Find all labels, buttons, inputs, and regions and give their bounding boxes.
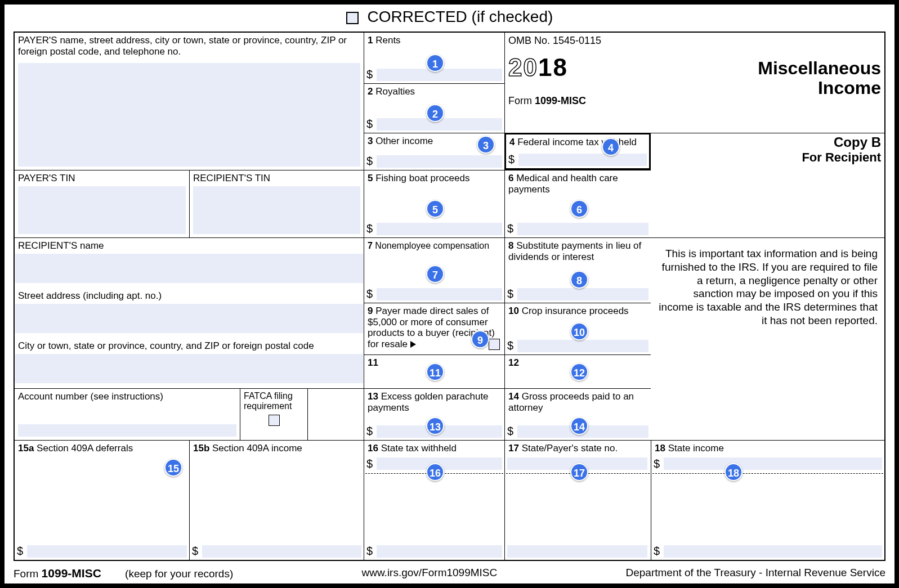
box-8-substitute[interactable]: 8 Substitute payments in lieu of dividen… [504, 237, 651, 303]
fatca-cell[interactable]: FATCA filing requirement [240, 388, 307, 440]
footer-dept: Department of the Treasury - Internal Re… [625, 567, 885, 580]
recipient-address-block: RECIPIENT'S name Street address (includi… [15, 237, 364, 388]
recipient-street-field[interactable] [15, 304, 363, 333]
annotation-13-icon: 13 [426, 417, 444, 435]
corrected-label: CORRECTED (if checked) [367, 8, 553, 25]
box-17-label: 17 State/Payer's state no. [508, 443, 618, 454]
omb-year-cell: OMB No. 1545-0115 2018 Form 1099-MISC [504, 33, 651, 133]
box-13-label: 13 Excess golden parachute payments [368, 391, 489, 413]
box-4-field[interactable] [518, 154, 647, 166]
annotation-14-icon: 14 [570, 417, 588, 435]
annotation-8-icon: 8 [570, 271, 588, 289]
form-grid: PAYER'S name, street address, city or to… [14, 32, 885, 561]
account-number-label: Account number (see instructions) [18, 391, 163, 402]
omb-number: OMB No. 1545-0115 [508, 35, 647, 47]
box-15a[interactable]: 15a Section 409A deferrals $ 15 [15, 440, 189, 560]
box-14-label: 14 Gross proceeds paid to an attorney [508, 391, 634, 413]
box-12-label: 12 [508, 357, 519, 368]
box-6-field[interactable] [517, 223, 648, 235]
payer-tin-label: PAYER'S TIN [18, 173, 75, 183]
recipient-city-label: City or town, state or province, country… [18, 340, 314, 351]
account-number-field[interactable] [18, 424, 236, 437]
for-recipient: For Recipient [654, 150, 881, 165]
box-7-label: 7 Nonemployee compensation [368, 241, 489, 250]
recipient-city-row[interactable]: City or town, state or province, country… [18, 340, 360, 388]
recipient-name-label: RECIPIENT'S name [18, 240, 104, 251]
annotation-10-icon: 10 [570, 322, 588, 340]
box-18-state-income[interactable]: 18 State income $ $ 18 [651, 440, 884, 560]
form-name: Form 1099-MISC [508, 95, 647, 107]
recipient-city-field[interactable] [15, 354, 363, 383]
annotation-9-icon: 9 [471, 330, 489, 348]
box-14-attorney[interactable]: 14 Gross proceeds paid to an attorney $ … [504, 388, 651, 440]
recipient-tin-cell[interactable]: RECIPIENT'S TIN [189, 170, 364, 237]
box-7-nonemployee[interactable]: 7 Nonemployee compensation $ 7 [364, 237, 504, 303]
box-1-rents[interactable]: 1 Rents $ 1 [364, 33, 504, 83]
box-15b-label: 15b Section 409A income [193, 443, 302, 454]
recipient-name-row[interactable]: RECIPIENT'S name [18, 240, 360, 290]
tax-info-text: This is important tax information and is… [654, 240, 881, 327]
box-4-fed-tax[interactable]: 4 Federal income tax withheld $ 4 [504, 133, 651, 170]
payer-info-field[interactable] [18, 63, 360, 167]
tax-info-cell: This is important tax information and is… [651, 237, 884, 440]
box-8-label: 8 Substitute payments in lieu of dividen… [508, 240, 641, 262]
form-title-2: Income [654, 78, 881, 98]
annotation-5-icon: 5 [426, 200, 444, 218]
box-9-checkbox[interactable] [489, 339, 500, 350]
box-16-field-2[interactable] [377, 545, 502, 558]
box-3-other-income[interactable]: 3 Other income $ 3 [364, 133, 504, 170]
box-6-medical[interactable]: 6 Medical and health care payments $ 6 [504, 170, 651, 237]
box-5-field[interactable] [377, 223, 502, 235]
annotation-11-icon: 11 [426, 363, 444, 381]
annotation-15-icon: 15 [164, 459, 182, 477]
box-9-direct-sales[interactable]: 9 Payer made direct sales of $5,000 or m… [364, 303, 504, 354]
recipient-tin-label: RECIPIENT'S TIN [193, 173, 270, 183]
recipient-name-field[interactable] [15, 254, 363, 283]
box-15b-field[interactable] [202, 545, 361, 558]
blank-cell [307, 388, 364, 440]
form-title-1: Miscellaneous [654, 59, 881, 78]
box-16-label: 16 State tax withheld [368, 443, 457, 454]
annotation-6-icon: 6 [570, 200, 588, 218]
payer-tin-cell[interactable]: PAYER'S TIN [15, 170, 189, 237]
box-2-label: 2 Royalties [368, 86, 415, 97]
box-15a-field[interactable] [27, 545, 187, 558]
recipient-street-label: Street address (including apt. no.) [18, 290, 162, 301]
box-1-label: 1 Rents [368, 35, 401, 46]
account-number-cell[interactable]: Account number (see instructions) [15, 388, 240, 440]
box-18-field-2[interactable] [664, 545, 882, 558]
box-5-label: 5 Fishing boat proceeds [368, 173, 469, 183]
box-17-field-2[interactable] [507, 545, 647, 558]
box-12[interactable]: 12 12 [504, 354, 651, 388]
box-15b[interactable]: 15b Section 409A income $ [189, 440, 364, 560]
box-13-parachute[interactable]: 13 Excess golden parachute payments $ 13 [364, 388, 504, 440]
box-7-field[interactable] [377, 288, 502, 300]
box-8-field[interactable] [517, 288, 648, 300]
box-2-royalties[interactable]: 2 Royalties $ 2 [364, 83, 504, 133]
box-11[interactable]: 11 11 [364, 354, 504, 388]
payer-info-cell[interactable]: PAYER'S name, street address, city or to… [15, 33, 364, 170]
footer-url: www.irs.gov/Form1099MISC [362, 567, 498, 580]
annotation-7-icon: 7 [426, 265, 444, 283]
recipient-street-row[interactable]: Street address (including apt. no.) [18, 290, 360, 340]
box-3-field[interactable] [377, 155, 502, 168]
annotation-2-icon: 2 [426, 104, 444, 122]
corrected-checkbox[interactable] [346, 12, 359, 24]
fatca-label: FATCA filing requirement [244, 391, 304, 411]
corrected-row: CORRECTED (if checked) [5, 5, 894, 29]
annotation-17-icon: 17 [570, 463, 588, 481]
fatca-checkbox[interactable] [269, 415, 280, 426]
box-10-field[interactable] [517, 340, 648, 352]
footer-form: Form 1099-MISC (keep for your records) [14, 567, 233, 580]
recipient-tin-field[interactable] [193, 186, 360, 234]
copy-b-cell: Copy B For Recipient [651, 133, 884, 170]
copy-b: Copy B [654, 134, 881, 150]
box-3-label: 3 Other income [368, 136, 433, 146]
box-5-fishing[interactable]: 5 Fishing boat proceeds $ 5 [364, 170, 504, 237]
blank-right-1 [651, 170, 884, 237]
box-18-field-1[interactable] [664, 457, 882, 470]
payer-tin-field[interactable] [18, 186, 186, 234]
box-16-state-tax[interactable]: 16 State tax withheld $ $ 16 [364, 440, 504, 560]
box-17-state-no[interactable]: 17 State/Payer's state no. 17 [504, 440, 651, 560]
box-10-crop[interactable]: 10 Crop insurance proceeds $ 10 [504, 303, 651, 354]
